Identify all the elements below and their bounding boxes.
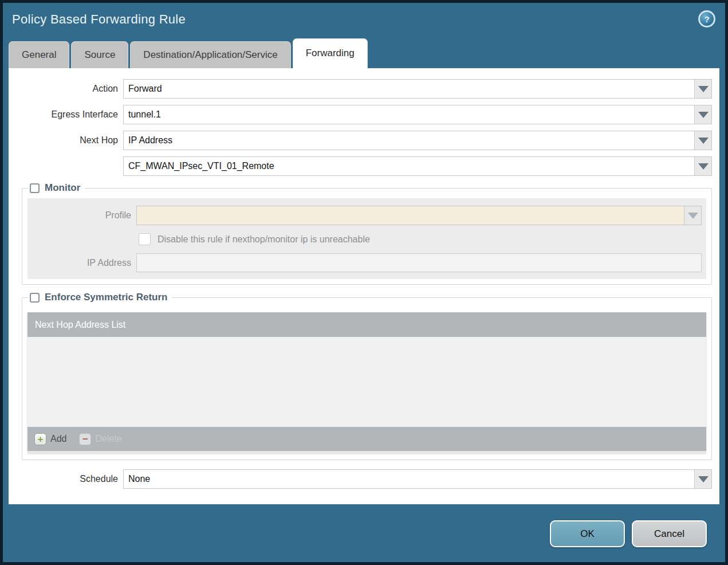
action-row: Action Forward	[9, 79, 719, 99]
next-hop-address-list-header: Next Hop Address List	[27, 312, 706, 337]
tab-bar: General Source Destination/Application/S…	[3, 36, 725, 68]
tab-forwarding-label: Forwarding	[306, 48, 355, 58]
next-hop-address-list-body[interactable]	[27, 337, 706, 427]
tab-destination-application-service-label: Destination/Application/Service	[143, 49, 277, 60]
next-hop-address-select[interactable]: CF_MWAN_IPsec_VTI_01_Remote	[123, 156, 712, 176]
chevron-down-icon	[698, 138, 709, 144]
chevron-down-icon	[698, 112, 709, 118]
next-hop-label: Next Hop	[9, 135, 123, 146]
ip-address-input[interactable]	[136, 253, 702, 272]
monitor-profile-row: Profile	[27, 206, 706, 225]
schedule-dropdown-button[interactable]	[694, 470, 711, 488]
help-icon: ?	[700, 12, 714, 26]
enforce-symmetric-return-section: Enforce Symmetric Return Next Hop Addres…	[22, 292, 712, 460]
chevron-down-icon	[698, 86, 709, 92]
ok-button[interactable]: OK	[550, 520, 625, 547]
next-hop-address-row: CF_MWAN_IPsec_VTI_01_Remote	[9, 156, 719, 176]
tab-general[interactable]: General	[9, 41, 69, 68]
dialog-title: Policy Based Forwarding Rule	[12, 12, 186, 27]
action-select[interactable]: Forward	[123, 79, 712, 99]
add-icon: +	[34, 433, 46, 445]
delete-button-label: Delete	[95, 434, 121, 444]
next-hop-row: Next Hop IP Address	[9, 131, 719, 150]
disable-rule-label: Disable this rule if nexthop/monitor ip …	[158, 234, 370, 245]
cancel-button[interactable]: Cancel	[632, 520, 707, 547]
tab-source-label: Source	[84, 49, 115, 60]
schedule-value: None	[124, 470, 694, 488]
forwarding-tab-panel: Action Forward Egress Interface tunnel.1	[9, 68, 719, 504]
dialog-titlebar: Policy Based Forwarding Rule	[3, 3, 725, 36]
monitor-checkbox[interactable]	[30, 183, 40, 193]
action-value: Forward	[124, 80, 694, 98]
next-hop-address-value: CF_MWAN_IPsec_VTI_01_Remote	[124, 157, 694, 175]
monitor-ip-address-row: IP Address	[27, 253, 706, 272]
help-button[interactable]: ?	[698, 10, 715, 28]
chevron-down-icon	[688, 213, 698, 219]
egress-interface-select[interactable]: tunnel.1	[123, 105, 712, 124]
next-hop-address-list-toolbar: + Add − Delete	[27, 427, 706, 451]
tab-destination-application-service[interactable]: Destination/Application/Service	[130, 41, 290, 68]
egress-interface-value: tunnel.1	[124, 105, 694, 124]
enforce-symmetric-return-checkbox[interactable]	[30, 293, 40, 303]
profile-value	[137, 206, 684, 225]
next-hop-type-dropdown-button[interactable]	[694, 131, 711, 150]
monitor-legend: Monitor	[28, 182, 85, 194]
action-label: Action	[9, 84, 123, 94]
ip-address-label: IP Address	[27, 258, 136, 268]
chevron-down-icon	[698, 163, 709, 170]
disable-rule-checkbox[interactable]	[139, 233, 151, 245]
enforce-symmetric-return-legend: Enforce Symmetric Return	[28, 292, 172, 303]
policy-based-forwarding-rule-dialog: Policy Based Forwarding Rule ? General S…	[0, 0, 728, 565]
monitor-section: Monitor Profile	[22, 182, 712, 285]
egress-interface-row: Egress Interface tunnel.1	[9, 105, 719, 124]
next-hop-type-value: IP Address	[124, 131, 694, 150]
next-hop-type-select[interactable]: IP Address	[123, 131, 712, 150]
schedule-label: Schedule	[9, 474, 123, 484]
schedule-select[interactable]: None	[123, 469, 712, 489]
delete-button[interactable]: − Delete	[79, 433, 121, 445]
monitor-panel: Profile Disable this rule if nexthop/mon…	[27, 198, 706, 279]
next-hop-address-dropdown-button[interactable]	[694, 157, 711, 175]
tab-forwarding[interactable]: Forwarding	[293, 38, 368, 68]
profile-select[interactable]	[136, 206, 702, 225]
profile-label: Profile	[27, 210, 136, 221]
tab-source[interactable]: Source	[71, 41, 128, 68]
egress-interface-label: Egress Interface	[9, 109, 123, 120]
disable-rule-row: Disable this rule if nexthop/monitor ip …	[139, 233, 706, 245]
egress-interface-dropdown-button[interactable]	[694, 105, 711, 124]
profile-dropdown-button[interactable]	[684, 206, 701, 225]
monitor-section-label: Monitor	[45, 182, 80, 194]
schedule-row: Schedule None	[9, 469, 719, 489]
add-button[interactable]: + Add	[34, 433, 66, 445]
dialog-footer: OK Cancel	[550, 520, 707, 547]
add-button-label: Add	[50, 434, 66, 444]
enforce-symmetric-return-label: Enforce Symmetric Return	[45, 292, 167, 303]
action-dropdown-button[interactable]	[694, 80, 711, 98]
tab-general-label: General	[22, 49, 56, 60]
table-bottom-strip	[27, 451, 706, 454]
delete-icon: −	[79, 433, 91, 445]
next-hop-address-list-table: Next Hop Address List + Add − Delete	[27, 312, 706, 451]
chevron-down-icon	[698, 476, 709, 482]
